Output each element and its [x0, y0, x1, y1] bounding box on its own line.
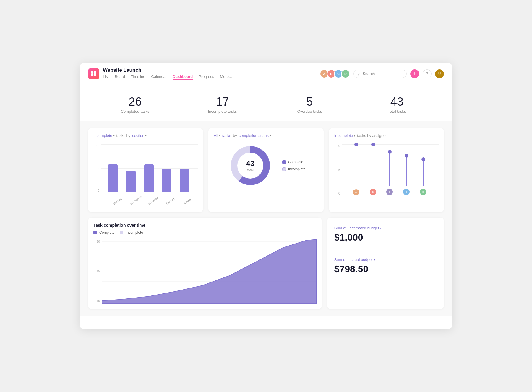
donut-total: 43	[246, 159, 254, 168]
lollipop-5: E	[420, 144, 426, 195]
area-legend-complete-label: Complete	[99, 231, 114, 235]
donut-label: total	[246, 168, 254, 172]
lollipop-avatar-4: D	[403, 189, 410, 195]
lollipop-2: B	[370, 144, 376, 195]
y-axis: 10 5 0	[93, 144, 99, 192]
search-icon: ⌕	[358, 71, 360, 76]
tab-dashboard[interactable]: Dashboard	[173, 74, 193, 80]
bar-item-backlog: Backlog	[108, 144, 118, 192]
bar-chart-area: 10 5 0 Backlog	[93, 142, 198, 207]
lollipop-chart-card: Incomplete ▾ tasks by assignee 10 5 0	[329, 128, 444, 212]
tab-progress[interactable]: Progress	[199, 74, 214, 80]
project-info: Website Launch List Board Timeline Calen…	[103, 67, 320, 80]
header: Website Launch List Board Timeline Calen…	[80, 63, 452, 84]
lollipop-stick-1	[356, 144, 356, 187]
tab-calendar[interactable]: Calendar	[151, 74, 167, 80]
chevron-icon-3: ▾	[219, 134, 220, 137]
svg-rect-2	[91, 74, 93, 76]
donut-chart-area: 43 total Complete Incomplete	[214, 142, 318, 189]
main-content: Incomplete ▾ tasks by section ▾ 10 5 0	[80, 121, 452, 316]
lollipop-stick-3	[389, 152, 390, 186]
area-legend-dot-complete	[93, 231, 97, 234]
area-svg	[102, 239, 317, 304]
stat-total: 43 Total tasks	[353, 93, 440, 116]
search-input[interactable]	[363, 71, 402, 76]
chevron-icon-5: ▾	[354, 134, 355, 137]
area-legend-incomplete-label: Incomplete	[126, 231, 143, 235]
actual-budget-section: Sum of actual budget ▾ $798.50	[334, 257, 437, 275]
help-button[interactable]: ?	[423, 69, 432, 78]
lollipop-avatar-1: A	[353, 189, 359, 195]
chevron-icon-7: ▾	[374, 258, 375, 262]
overdue-number: 5	[266, 95, 353, 108]
lollipop-avatar-2: B	[370, 189, 376, 195]
area-complete	[102, 239, 317, 304]
lollipop-avatar-5: E	[420, 189, 426, 195]
estimated-budget-label: Sum of estimated budget ▾	[334, 226, 437, 230]
bar-item-blocked: Blocked	[162, 144, 171, 192]
lollipop-1: A	[353, 144, 359, 195]
legend-incomplete-label: Incomplete	[288, 167, 306, 171]
app-logo	[88, 68, 99, 79]
estimated-type-filter[interactable]: estimated budget ▾	[350, 226, 382, 230]
area-legend: Complete Incomplete	[93, 231, 317, 235]
lollipop-avatar-3: C	[386, 189, 393, 195]
area-chart-title: Task completion over time	[93, 223, 317, 228]
user-avatar[interactable]: U	[435, 69, 444, 78]
tab-list[interactable]: List	[103, 74, 109, 80]
chevron-icon: ▾	[113, 134, 115, 137]
legend-incomplete: Incomplete	[282, 167, 306, 171]
lollipop-dot-1	[354, 143, 358, 146]
overdue-label: Overdue tasks	[266, 109, 353, 114]
budget-card: Sum of estimated budget ▾ $1,000 Sum of	[327, 218, 444, 309]
svg-rect-0	[91, 71, 93, 73]
svg-rect-1	[94, 71, 96, 73]
budget-divider	[334, 250, 437, 250]
bar-item-inprogress: In Progress	[126, 144, 136, 192]
header-right: A B C D ⌕ + ? U	[320, 69, 444, 78]
area-legend-incomplete: Incomplete	[120, 231, 143, 235]
avatar-4[interactable]: D	[341, 69, 350, 78]
lollipop-filter[interactable]: Incomplete ▾	[334, 133, 356, 138]
lollipop-area: 10 5 0	[334, 142, 439, 207]
bar-chart-header: Incomplete ▾ tasks by section ▾	[93, 133, 198, 138]
lollipop-stick-2	[373, 144, 373, 186]
app-container: Website Launch List Board Timeline Calen…	[80, 63, 452, 329]
actual-type-filter[interactable]: actual budget ▾	[350, 257, 375, 262]
donut-center: 43 total	[246, 159, 254, 172]
donut-legend: Complete Incomplete	[282, 160, 306, 171]
bar-item-inreview: In Review	[144, 144, 154, 192]
lollipop-dot-2	[371, 143, 375, 146]
search-bar[interactable]: ⌕	[353, 70, 407, 78]
donut-filter-status[interactable]: completion status ▾	[239, 133, 271, 138]
bar-item-testing: Testing	[180, 144, 189, 192]
area-chart-wrapper: 20 15 10	[93, 239, 317, 304]
legend-complete-label: Complete	[288, 160, 303, 164]
tab-timeline[interactable]: Timeline	[131, 74, 145, 80]
legend-complete: Complete	[282, 160, 306, 164]
svg-rect-3	[94, 74, 96, 76]
bars-container: Backlog In Progress In Review Block	[101, 144, 197, 192]
bar-inreview	[144, 164, 154, 192]
bar-backlog	[108, 164, 118, 192]
charts-row: Incomplete ▾ tasks by section ▾ 10 5 0	[88, 128, 444, 212]
actual-budget-label: Sum of actual budget ▾	[334, 257, 437, 262]
add-button[interactable]: +	[410, 69, 419, 78]
bar-chart-card: Incomplete ▾ tasks by section ▾ 10 5 0	[88, 128, 203, 212]
lollipop-dot-4	[405, 154, 408, 158]
stats-row: 26 Completed tasks 17 Incomplete tasks 5…	[80, 84, 452, 121]
bar-filter-incomplete[interactable]: Incomplete ▾	[93, 133, 115, 138]
donut-filter-all[interactable]: All ▾	[214, 133, 220, 138]
lollipop-dot-5	[421, 157, 425, 161]
bar-filter-section[interactable]: section ▾	[132, 133, 147, 138]
tab-more[interactable]: More...	[220, 74, 232, 80]
actual-budget-value: $798.50	[334, 264, 437, 275]
nav-tabs: List Board Timeline Calendar Dashboard P…	[103, 74, 320, 80]
bar-label-blocked: Blocked	[166, 197, 175, 205]
completed-label: Completed tasks	[92, 109, 179, 114]
total-number: 43	[353, 95, 440, 108]
tab-board[interactable]: Board	[115, 74, 125, 80]
area-legend-complete: Complete	[93, 231, 114, 235]
bar-label-inprogress: In Progress	[130, 195, 142, 205]
incomplete-number: 17	[179, 95, 266, 108]
